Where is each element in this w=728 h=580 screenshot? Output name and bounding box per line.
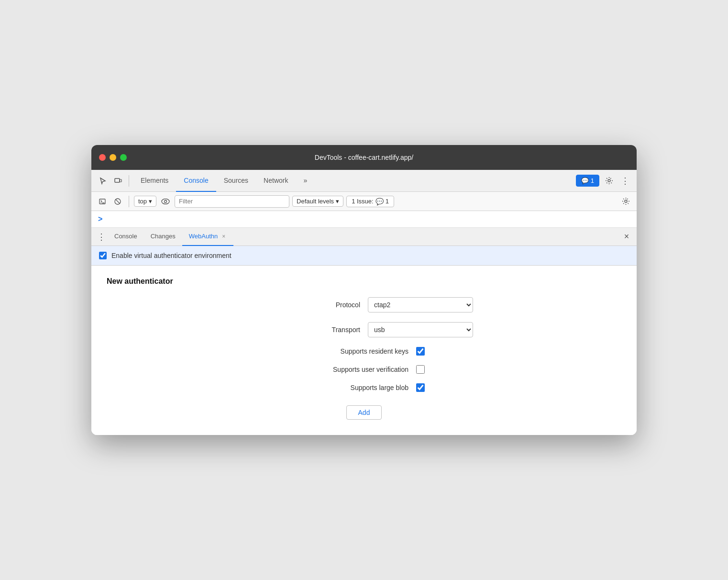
tab-changes-label: Changes [151,233,176,240]
svg-point-8 [625,200,627,202]
user-verification-row: Supports user verification [107,365,621,374]
tab-console[interactable]: Console [176,170,216,192]
top-label: top [138,198,147,205]
prompt-arrow[interactable]: > [98,215,102,223]
issue-icon: 💬 [375,198,384,205]
traffic-lights [99,154,127,161]
bottom-panel: ⋮ Console Changes WebAuthn × × Enable vi… [91,228,637,435]
protocol-select[interactable]: ctap2 u2f [368,297,473,312]
levels-dropdown-icon: ▾ [336,198,339,205]
devtools-window: DevTools - coffee-cart.netlify.app/ Elem… [91,145,637,435]
toolbar-right: 💬 1 ⋮ [576,174,632,188]
new-auth-title: New authenticator [107,277,621,286]
add-btn-row: Add [107,402,621,420]
tab-elements[interactable]: Elements [133,170,176,192]
toolbar-divider-2 [129,196,129,207]
resident-keys-row: Supports resident keys [107,347,621,356]
transport-row: Transport usb nfc ble internal [107,322,621,337]
large-blob-row: Supports large blob [107,383,621,392]
nav-tabs: Elements Console Sources Network » [133,170,574,192]
enable-env-checkbox[interactable] [99,252,107,259]
tab-console-bottom-label: Console [114,233,137,240]
clear-console-icon[interactable] [96,195,109,208]
device-toggle-icon[interactable] [111,174,125,188]
close-bottom-panel-button[interactable]: × [620,231,633,243]
transport-select[interactable]: usb nfc ble internal [368,322,473,337]
svg-point-6 [162,199,169,204]
large-blob-checkbox[interactable] [416,383,425,392]
cursor-icon[interactable] [96,174,110,188]
add-authenticator-button[interactable]: Add [346,405,382,420]
tab-webauthn-label: WebAuthn [189,233,218,240]
issue-count-label: 1 Issue: [352,198,374,205]
main-toolbar: Elements Console Sources Network » 💬 1 ⋮ [91,170,637,192]
toolbar-divider-1 [129,175,129,187]
bottom-tabs-bar: ⋮ Console Changes WebAuthn × × [91,228,637,246]
window-title: DevTools - coffee-cart.netlify.app/ [315,154,413,161]
issues-badge-icon: 💬 [581,177,589,184]
transport-label: Transport [255,326,360,334]
issues-badge-count: 1 [591,177,594,184]
issues-badge-button[interactable]: 💬 1 [576,175,599,187]
more-options-icon-button[interactable]: ⋮ [618,174,632,188]
bottom-tab-menu-icon[interactable]: ⋮ [95,231,108,243]
svg-point-7 [165,200,167,202]
console-settings-icon[interactable] [619,195,632,208]
issue-num: 1 [386,198,389,205]
maximize-button[interactable] [120,154,127,161]
protocol-label: Protocol [255,301,360,309]
block-icon[interactable] [111,195,124,208]
title-bar: DevTools - coffee-cart.netlify.app/ [91,145,637,170]
svg-rect-0 [115,178,120,182]
tab-webauthn-close[interactable]: × [221,233,227,240]
eye-icon[interactable] [159,195,172,208]
enable-env-row: Enable virtual authenticator environment [91,246,637,266]
protocol-row: Protocol ctap2 u2f [107,297,621,312]
filter-input[interactable] [175,195,289,208]
top-dropdown-icon: ▾ [149,198,152,205]
levels-label: Default levels [297,198,334,205]
settings-icon-button[interactable] [602,174,616,188]
close-button[interactable] [99,154,106,161]
svg-line-5 [116,199,120,203]
user-verification-label: Supports user verification [303,366,408,373]
tab-more[interactable]: » [296,170,315,192]
resident-keys-checkbox[interactable] [416,347,425,356]
new-auth-section: New authenticator Protocol ctap2 u2f Tra… [91,266,637,435]
console-toolbar: top ▾ Default levels ▾ 1 Issue: 💬 1 [91,192,637,211]
tab-webauthn[interactable]: WebAuthn × [182,228,233,246]
tab-console-bottom[interactable]: Console [108,228,144,246]
levels-selector[interactable]: Default levels ▾ [292,196,343,207]
tab-network[interactable]: Network [256,170,296,192]
svg-point-2 [608,179,610,182]
resident-keys-label: Supports resident keys [303,347,408,355]
webauthn-panel: Enable virtual authenticator environment… [91,246,637,435]
enable-env-label: Enable virtual authenticator environment [111,252,232,259]
prompt-area: > [91,211,637,228]
large-blob-label: Supports large blob [303,384,408,391]
more-options-icon: ⋮ [621,176,629,186]
user-verification-checkbox[interactable] [416,365,425,374]
context-selector[interactable]: top ▾ [134,196,156,207]
tab-sources[interactable]: Sources [216,170,256,192]
tab-changes[interactable]: Changes [144,228,182,246]
minimize-button[interactable] [110,154,116,161]
issue-counter-button[interactable]: 1 Issue: 💬 1 [346,196,394,207]
